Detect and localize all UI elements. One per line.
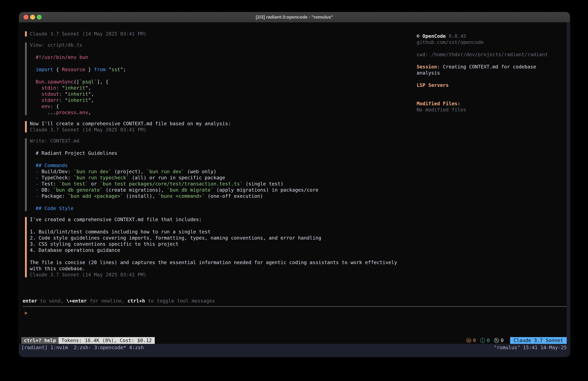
tool-accent-bar <box>25 138 27 211</box>
terminal-line: Claude 3.7 Sonnet (14 May 2025 03:41 PM) <box>30 272 417 278</box>
assistant-message-footer: Claude 3.7 Sonnet (14 May 2025 03:41 PM) <box>25 31 417 37</box>
assistant-message: I've created a comprehensive CONTEXT.md … <box>25 217 417 278</box>
tmux-window-4zsh[interactable]: 4:zsh <box>126 345 144 350</box>
warning-count-badge: ⓦ0 <box>466 337 476 344</box>
status-bar: ctrl+? help Tokens: 16.4K (8%), Cost: $0… <box>19 337 567 344</box>
terminal-line <box>30 73 417 79</box>
zoom-button[interactable] <box>37 15 42 20</box>
assistant-message: Now I'll create a comprehensive CONTEXT.… <box>25 121 417 133</box>
terminal-line <box>30 199 417 205</box>
hint-icon: ⓗ <box>494 337 499 344</box>
terminal-line: cwd: /home/thdxr/dev/projects/radiant/ra… <box>417 51 567 58</box>
tmux-status-bar: [radiant] 1:nvim 2:zsh- 3:opencode* 4:zs… <box>19 344 570 351</box>
terminal-line: - Package: `bun add <package>` (install)… <box>30 193 417 199</box>
input-divider <box>22 306 567 307</box>
session-sidebar: © OpenCode 0.0.45github.com/sst/opencode… <box>417 22 570 298</box>
terminal-line <box>417 76 567 82</box>
terminal-line: View: script/db.ts <box>30 42 417 48</box>
terminal-line: 4. Database operations guidance <box>30 247 417 253</box>
tmux-window-1nvim[interactable]: 1:nvim <box>50 345 71 350</box>
terminal-line: stdin: "inherit", <box>30 85 417 91</box>
terminal-line: ...process.env, <box>30 110 417 116</box>
terminal-line: Now I'll create a comprehensive CONTEXT.… <box>30 121 417 127</box>
tool-view-block: View: script/db.ts #!/usr/bin/env bun im… <box>25 42 417 116</box>
message-accent-bar <box>25 217 27 277</box>
terminal-line <box>30 48 417 54</box>
terminal-line: with this codebase. <box>30 266 417 272</box>
terminal-line <box>30 60 417 67</box>
terminal-line: ## Code Style <box>30 205 417 211</box>
chat-history[interactable]: Claude 3.7 Sonnet (14 May 2025 03:41 PM)… <box>19 22 417 298</box>
terminal-line: I've created a comprehensive CONTEXT.md … <box>30 217 417 223</box>
terminal-window: [2/3] radiant:3:opencode - "romulus" Cla… <box>19 12 570 357</box>
message-accent-bar <box>25 31 27 37</box>
prompt-marker[interactable]: > <box>24 310 570 316</box>
terminal-line: - TypeCheck: `bun run typecheck` (all) o… <box>30 175 417 181</box>
terminal-line: analysis <box>417 70 567 76</box>
terminal-line: Write: CONTEXT.md <box>30 138 417 144</box>
tmux-window-3opencode[interactable]: 3:opencode* <box>91 345 126 350</box>
terminal-line: Modified Files: <box>417 101 567 107</box>
traffic-lights <box>23 12 42 22</box>
terminal-line: The file is concise (20 lines) and captu… <box>30 259 417 266</box>
terminal-line <box>30 144 417 150</box>
minimize-button[interactable] <box>30 15 35 20</box>
info-icon: ⓘ <box>480 337 485 344</box>
terminal-line: Claude 3.7 Sonnet (14 May 2025 03:41 PM) <box>30 127 417 133</box>
terminal-line: Bun.spawnSync([`psql`], { <box>30 79 417 85</box>
tool-accent-bar <box>25 43 27 115</box>
terminal-line: - Test: `bun test` or `bun test packages… <box>30 181 417 187</box>
terminal-line: 2. Code style guidelines covering import… <box>30 235 417 241</box>
terminal-line <box>30 253 417 259</box>
terminal-line: enter to send, \+enter for newline, ctrl… <box>22 298 570 304</box>
terminal-line: - Build/Dev: `bun run dev` (project), `b… <box>30 169 417 175</box>
terminal-line <box>417 45 567 51</box>
terminal-line: 1. Build/lint/test commands including ho… <box>30 229 417 235</box>
message-accent-bar <box>25 121 27 132</box>
terminal-line <box>417 88 567 94</box>
terminal-line <box>30 223 417 229</box>
terminal-line <box>417 94 567 101</box>
tmux-window-2zsh[interactable]: 2:zsh- <box>71 345 91 350</box>
tmux-host-clock: "romulus" 15:41 14-May-25 <box>494 345 567 350</box>
terminal-line: #!/usr/bin/env bun <box>30 54 417 60</box>
diagnostics-badges: ⓦ0ⓘ0ⓗ0 <box>466 337 504 344</box>
tmux-session-name: [radiant] <box>21 345 48 350</box>
terminal-line: stderr: "inherit", <box>30 97 417 103</box>
terminal-line: stdout: "inherit", <box>30 91 417 97</box>
terminal-line: import { Resource } from "sst"; <box>30 67 417 73</box>
scrollbar-gutter <box>567 22 570 357</box>
terminal-line: # Radiant Project Guidelines <box>30 150 417 156</box>
terminal-line: © OpenCode 0.0.45 <box>417 33 567 39</box>
model-badge: Claude 3.7 Sonnet <box>510 337 567 344</box>
info-count-badge: ⓘ0 <box>480 337 490 344</box>
terminal-content: Claude 3.7 Sonnet (14 May 2025 03:41 PM)… <box>19 22 570 357</box>
window-title: [2/3] radiant:3:opencode - "romulus" <box>256 15 333 20</box>
terminal-line <box>417 58 567 64</box>
terminal-line <box>30 156 417 162</box>
opencode-body: Claude 3.7 Sonnet (14 May 2025 03:41 PM)… <box>19 22 570 298</box>
tmux-window-list: 1:nvim 2:zsh- 3:opencode* 4:zsh <box>50 345 144 350</box>
terminal-line: env: { <box>30 103 417 110</box>
hint-count-badge: ⓗ0 <box>494 337 504 344</box>
tokens-cost-chip: Tokens: 16.4K (8%), Cost: $0.12 <box>59 337 155 344</box>
tool-write-block: Write: CONTEXT.md # Radiant Project Guid… <box>25 138 417 211</box>
terminal-bottom-padding <box>19 351 570 357</box>
close-button[interactable] <box>23 15 28 20</box>
terminal-line: Claude 3.7 Sonnet (14 May 2025 03:41 PM) <box>30 31 417 37</box>
terminal-line: No modified files <box>417 107 567 113</box>
terminal-line: ## Commands <box>30 162 417 169</box>
prompt-area[interactable]: > <box>19 308 570 337</box>
terminal-line: github.com/sst/opencode <box>417 39 567 45</box>
help-shortcut-chip: ctrl+? help <box>21 337 59 344</box>
input-hint: enter to send, \+enter for newline, ctrl… <box>22 298 570 304</box>
window-titlebar[interactable]: [2/3] radiant:3:opencode - "romulus" <box>19 12 570 22</box>
terminal-line: - DB: `bun db generate` (create migratio… <box>30 187 417 193</box>
terminal-line: LSP Servers <box>417 82 567 88</box>
terminal-line: 3. CSS styling conventions specific to t… <box>30 241 417 247</box>
warning-icon: ⓦ <box>466 337 471 344</box>
terminal-line: Session: Creating CONTEXT.md for codebas… <box>417 64 567 70</box>
